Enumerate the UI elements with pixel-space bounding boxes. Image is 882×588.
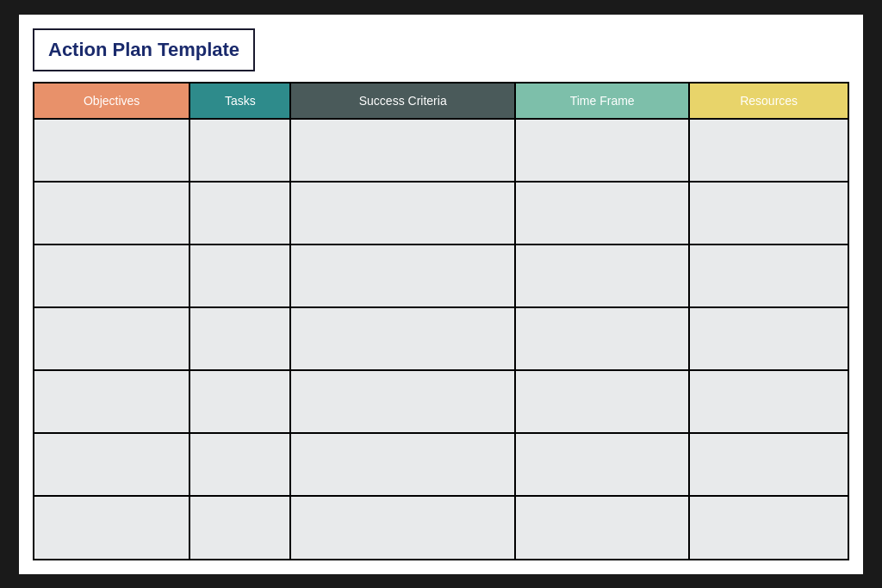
cell-row3-col4[interactable]	[515, 244, 689, 307]
table-wrapper: Objectives Tasks Success Criteria Time F…	[33, 82, 849, 560]
cell-row6-col2[interactable]	[189, 433, 290, 496]
cell-row7-col4[interactable]	[515, 496, 689, 559]
table-row[interactable]	[34, 496, 848, 559]
table-body	[34, 119, 848, 560]
cell-row3-col3[interactable]	[290, 244, 515, 307]
table-row[interactable]	[34, 307, 848, 370]
header-resources: Resources	[689, 83, 848, 119]
cell-row7-col5[interactable]	[689, 496, 848, 559]
cell-row1-col2[interactable]	[189, 119, 290, 182]
cell-row3-col2[interactable]	[189, 244, 290, 307]
header-tasks: Tasks	[189, 83, 290, 119]
cell-row4-col2[interactable]	[189, 307, 290, 370]
cell-row4-col5[interactable]	[689, 307, 848, 370]
cell-row4-col3[interactable]	[290, 307, 515, 370]
cell-row7-col2[interactable]	[189, 496, 290, 559]
table-row[interactable]	[34, 119, 848, 182]
cell-row6-col5[interactable]	[689, 433, 848, 496]
cell-row5-col3[interactable]	[290, 370, 515, 433]
cell-row6-col4[interactable]	[515, 433, 689, 496]
header-time-frame: Time Frame	[515, 83, 689, 119]
cell-row1-col4[interactable]	[515, 119, 689, 182]
table-row[interactable]	[34, 370, 848, 433]
header-objectives: Objectives	[34, 83, 189, 119]
cell-row3-col5[interactable]	[689, 244, 848, 307]
cell-row5-col5[interactable]	[689, 370, 848, 433]
cell-row6-col1[interactable]	[34, 433, 189, 496]
cell-row1-col3[interactable]	[290, 119, 515, 182]
table-header-row: Objectives Tasks Success Criteria Time F…	[34, 83, 848, 119]
cell-row2-col2[interactable]	[189, 182, 290, 244]
cell-row4-col4[interactable]	[515, 307, 689, 370]
header-success-criteria: Success Criteria	[290, 83, 515, 119]
table-row[interactable]	[34, 244, 848, 307]
action-plan-table: Objectives Tasks Success Criteria Time F…	[33, 82, 849, 560]
cell-row3-col1[interactable]	[34, 244, 189, 307]
cell-row1-col5[interactable]	[689, 119, 848, 182]
page-title: Action Plan Template	[48, 39, 239, 60]
cell-row7-col3[interactable]	[290, 496, 515, 559]
cell-row2-col5[interactable]	[689, 182, 848, 244]
cell-row4-col1[interactable]	[34, 307, 189, 370]
cell-row7-col1[interactable]	[34, 496, 189, 559]
cell-row2-col1[interactable]	[34, 182, 189, 244]
cell-row1-col1[interactable]	[34, 119, 189, 182]
table-row[interactable]	[34, 182, 848, 244]
title-box: Action Plan Template	[33, 28, 255, 71]
cell-row2-col3[interactable]	[290, 182, 515, 244]
cell-row5-col2[interactable]	[189, 370, 290, 433]
table-row[interactable]	[34, 433, 848, 496]
page-container: Action Plan Template Objectives Tasks Su…	[19, 15, 863, 574]
cell-row5-col4[interactable]	[515, 370, 689, 433]
cell-row6-col3[interactable]	[290, 433, 515, 496]
cell-row5-col1[interactable]	[34, 370, 189, 433]
cell-row2-col4[interactable]	[515, 182, 689, 244]
